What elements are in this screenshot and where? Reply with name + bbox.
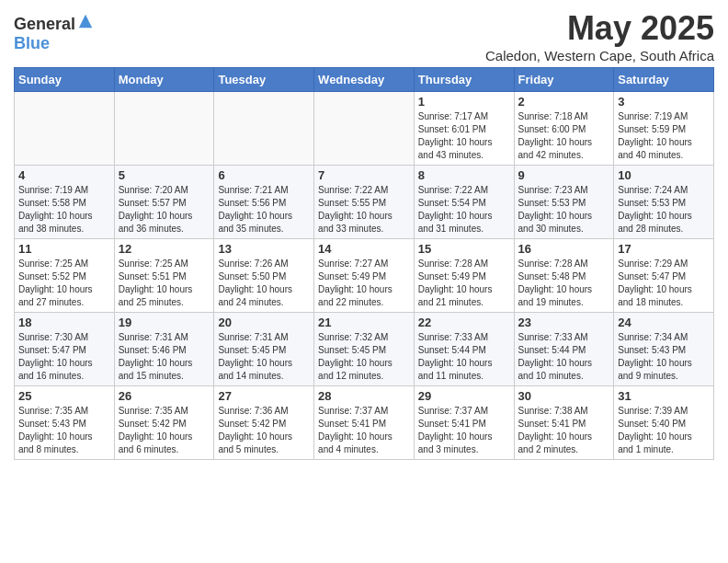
calendar-cell: 15Sunrise: 7:28 AMSunset: 5:49 PMDayligh… [414,239,514,313]
day-info: Sunrise: 7:19 AMSunset: 5:59 PMDaylight:… [618,110,710,162]
calendar-cell: 28Sunrise: 7:37 AMSunset: 5:41 PMDayligh… [314,386,415,460]
calendar-cell: 19Sunrise: 7:31 AMSunset: 5:46 PMDayligh… [114,313,214,386]
calendar-cell [15,92,115,166]
day-info: Sunrise: 7:34 AMSunset: 5:43 PMDaylight:… [618,331,710,383]
calendar-week-row: 18Sunrise: 7:30 AMSunset: 5:47 PMDayligh… [15,313,714,386]
svg-marker-0 [79,15,92,28]
calendar-cell: 30Sunrise: 7:38 AMSunset: 5:41 PMDayligh… [514,386,614,460]
day-number: 14 [318,242,410,256]
day-number: 27 [218,389,310,403]
day-info: Sunrise: 7:33 AMSunset: 5:44 PMDaylight:… [518,331,610,383]
calendar-cell: 6Sunrise: 7:21 AMSunset: 5:56 PMDaylight… [214,166,314,239]
calendar-cell [214,92,314,166]
calendar-table: SundayMondayTuesdayWednesdayThursdayFrid… [14,67,714,460]
day-info: Sunrise: 7:25 AMSunset: 5:52 PMDaylight:… [18,258,110,309]
calendar-cell: 2Sunrise: 7:18 AMSunset: 6:00 PMDaylight… [514,92,614,166]
calendar-cell: 12Sunrise: 7:25 AMSunset: 5:51 PMDayligh… [114,239,214,313]
day-number: 18 [18,316,110,329]
logo-general: General [14,15,75,33]
calendar-cell: 22Sunrise: 7:33 AMSunset: 5:44 PMDayligh… [414,313,514,386]
day-number: 9 [518,168,610,182]
day-number: 21 [318,316,410,329]
calendar-cell: 3Sunrise: 7:19 AMSunset: 5:59 PMDaylight… [614,92,714,166]
day-info: Sunrise: 7:22 AMSunset: 5:54 PMDaylight:… [418,184,510,236]
day-number: 31 [618,389,710,403]
day-info: Sunrise: 7:23 AMSunset: 5:53 PMDaylight:… [518,184,610,236]
calendar-cell: 18Sunrise: 7:30 AMSunset: 5:47 PMDayligh… [15,313,115,386]
logo-blue: Blue [14,34,50,52]
day-info: Sunrise: 7:30 AMSunset: 5:47 PMDaylight:… [18,331,110,383]
day-number: 5 [119,168,210,182]
day-info: Sunrise: 7:21 AMSunset: 5:56 PMDaylight:… [218,184,310,236]
day-info: Sunrise: 7:37 AMSunset: 5:41 PMDaylight:… [318,405,410,456]
title-area: May 2025 Caledon, Western Cape, South Af… [485,9,714,63]
day-info: Sunrise: 7:24 AMSunset: 5:53 PMDaylight:… [618,184,710,236]
calendar-cell: 21Sunrise: 7:32 AMSunset: 5:45 PMDayligh… [314,313,415,386]
day-number: 24 [618,316,710,329]
day-number: 30 [518,389,610,403]
day-info: Sunrise: 7:31 AMSunset: 5:45 PMDaylight:… [218,331,310,383]
day-info: Sunrise: 7:35 AMSunset: 5:42 PMDaylight:… [119,405,210,456]
calendar-cell: 4Sunrise: 7:19 AMSunset: 5:58 PMDaylight… [15,166,115,239]
month-title: May 2025 [485,9,714,48]
day-info: Sunrise: 7:25 AMSunset: 5:51 PMDaylight:… [119,258,210,309]
day-number: 15 [418,242,510,256]
day-info: Sunrise: 7:35 AMSunset: 5:43 PMDaylight:… [18,405,110,456]
logo-icon [77,13,94,29]
header: General Blue May 2025 Caledon, Western C… [14,9,714,63]
day-number: 6 [218,168,310,182]
logo-text: General Blue [14,13,94,53]
day-info: Sunrise: 7:28 AMSunset: 5:48 PMDaylight:… [518,258,610,309]
calendar-week-row: 1Sunrise: 7:17 AMSunset: 6:01 PMDaylight… [15,92,714,166]
calendar-cell: 16Sunrise: 7:28 AMSunset: 5:48 PMDayligh… [514,239,614,313]
day-info: Sunrise: 7:17 AMSunset: 6:01 PMDaylight:… [418,110,510,162]
day-number: 29 [418,389,510,403]
location-subtitle: Caledon, Western Cape, South Africa [485,48,714,63]
day-info: Sunrise: 7:22 AMSunset: 5:55 PMDaylight:… [318,184,410,236]
calendar-week-row: 11Sunrise: 7:25 AMSunset: 5:52 PMDayligh… [15,239,714,313]
day-number: 10 [618,168,710,182]
calendar-cell: 13Sunrise: 7:26 AMSunset: 5:50 PMDayligh… [214,239,314,313]
day-number: 20 [218,316,310,329]
calendar-cell [314,92,415,166]
calendar-cell: 26Sunrise: 7:35 AMSunset: 5:42 PMDayligh… [114,386,214,460]
day-number: 7 [318,168,410,182]
day-info: Sunrise: 7:39 AMSunset: 5:40 PMDaylight:… [618,405,710,456]
day-info: Sunrise: 7:29 AMSunset: 5:47 PMDaylight:… [618,258,710,309]
calendar-cell: 25Sunrise: 7:35 AMSunset: 5:43 PMDayligh… [15,386,115,460]
day-info: Sunrise: 7:33 AMSunset: 5:44 PMDaylight:… [418,331,510,383]
day-number: 25 [18,389,110,403]
day-number: 11 [18,242,110,256]
day-info: Sunrise: 7:28 AMSunset: 5:49 PMDaylight:… [418,258,510,309]
day-info: Sunrise: 7:26 AMSunset: 5:50 PMDaylight:… [218,258,310,309]
day-info: Sunrise: 7:27 AMSunset: 5:49 PMDaylight:… [318,258,410,309]
day-number: 23 [518,316,610,329]
day-number: 1 [418,95,510,109]
calendar-week-row: 25Sunrise: 7:35 AMSunset: 5:43 PMDayligh… [15,386,714,460]
day-number: 17 [618,242,710,256]
weekday-header-thursday: Thursday [414,68,514,92]
day-info: Sunrise: 7:31 AMSunset: 5:46 PMDaylight:… [119,331,210,383]
calendar-cell: 10Sunrise: 7:24 AMSunset: 5:53 PMDayligh… [614,166,714,239]
calendar-cell: 20Sunrise: 7:31 AMSunset: 5:45 PMDayligh… [214,313,314,386]
calendar-cell: 8Sunrise: 7:22 AMSunset: 5:54 PMDaylight… [414,166,514,239]
calendar-cell: 5Sunrise: 7:20 AMSunset: 5:57 PMDaylight… [114,166,214,239]
day-number: 2 [518,95,610,109]
day-number: 19 [119,316,210,329]
weekday-header-sunday: Sunday [15,68,115,92]
day-info: Sunrise: 7:37 AMSunset: 5:41 PMDaylight:… [418,405,510,456]
day-number: 22 [418,316,510,329]
calendar-cell: 29Sunrise: 7:37 AMSunset: 5:41 PMDayligh… [414,386,514,460]
weekday-header-friday: Friday [514,68,614,92]
logo: General Blue [14,13,94,53]
day-number: 4 [18,168,110,182]
day-info: Sunrise: 7:38 AMSunset: 5:41 PMDaylight:… [518,405,610,456]
weekday-header-tuesday: Tuesday [214,68,314,92]
weekday-header-wednesday: Wednesday [314,68,415,92]
day-info: Sunrise: 7:36 AMSunset: 5:42 PMDaylight:… [218,405,310,456]
weekday-header-row: SundayMondayTuesdayWednesdayThursdayFrid… [15,68,714,92]
day-info: Sunrise: 7:32 AMSunset: 5:45 PMDaylight:… [318,331,410,383]
calendar-cell [114,92,214,166]
day-number: 3 [618,95,710,109]
day-info: Sunrise: 7:18 AMSunset: 6:00 PMDaylight:… [518,110,610,162]
